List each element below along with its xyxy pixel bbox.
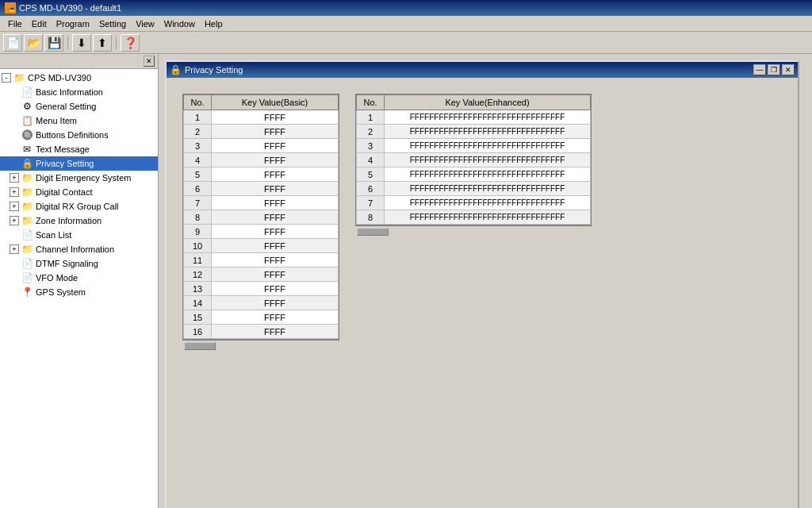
row-value[interactable]: FFFFFFFFFFFFFFFFFFFFFFFFFFFFFFFF bbox=[385, 153, 591, 167]
sidebar-item-privacy-setting[interactable]: 🔒 Privacy Setting bbox=[0, 156, 158, 171]
row-value[interactable]: FFFFFFFFFFFFFFFFFFFFFFFFFFFFFFFF bbox=[385, 210, 591, 225]
minimize-button[interactable]: — bbox=[753, 64, 766, 75]
sidebar-item-buttons-def[interactable]: 🔘 Buttons Definitions bbox=[0, 128, 158, 142]
basic-scrollbar-thumb[interactable] bbox=[184, 342, 216, 350]
row-value[interactable]: FFFF bbox=[212, 167, 339, 182]
toolbar-read[interactable]: ⬇ bbox=[72, 34, 91, 52]
sidebar-item-text-message[interactable]: ✉ Text Message bbox=[0, 142, 158, 156]
table-row[interactable]: 4FFFFFFFFFFFFFFFFFFFFFFFFFFFFFFFF bbox=[357, 153, 591, 167]
row-no: 1 bbox=[184, 110, 212, 125]
menu-setting[interactable]: Setting bbox=[94, 17, 131, 30]
table-row[interactable]: 15FFFF bbox=[184, 310, 339, 325]
row-value[interactable]: FFFFFFFFFFFFFFFFFFFFFFFFFFFFFFFF bbox=[385, 110, 591, 125]
table-row[interactable]: 3FFFF bbox=[184, 139, 339, 153]
tree-expand-emergency[interactable]: + bbox=[10, 173, 19, 183]
toolbar-save[interactable]: 💾 bbox=[44, 34, 63, 52]
basic-col-key: Key Value(Basic) bbox=[212, 95, 339, 110]
row-value[interactable]: FFFFFFFFFFFFFFFFFFFFFFFFFFFFFFFF bbox=[385, 139, 591, 153]
row-value[interactable]: FFFFFFFFFFFFFFFFFFFFFFFFFFFFFFFF bbox=[385, 167, 591, 182]
sidebar-item-scan-list[interactable]: 📄 Scan List bbox=[0, 228, 158, 242]
sidebar-item-label: GPS System bbox=[36, 287, 86, 297]
sidebar-item-dtmf[interactable]: 📄 DTMF Signaling bbox=[0, 256, 158, 271]
row-value[interactable]: FFFFFFFFFFFFFFFFFFFFFFFFFFFFFFFF bbox=[385, 182, 591, 196]
table-row[interactable]: 12FFFF bbox=[184, 267, 339, 282]
table-row[interactable]: 2FFFF bbox=[184, 125, 339, 139]
row-value[interactable]: FFFF bbox=[212, 182, 339, 196]
button-icon: 🔘 bbox=[21, 129, 33, 140]
table-row[interactable]: 8FFFFFFFFFFFFFFFFFFFFFFFFFFFFFFFF bbox=[357, 210, 591, 225]
tree-expand-zone[interactable]: + bbox=[10, 216, 19, 225]
table-row[interactable]: 3FFFFFFFFFFFFFFFFFFFFFFFFFFFFFFFF bbox=[357, 139, 591, 153]
menu-file[interactable]: File bbox=[3, 17, 27, 30]
table-row[interactable]: 16FFFF bbox=[184, 325, 339, 339]
table-row[interactable]: 9FFFF bbox=[184, 225, 339, 239]
row-value[interactable]: FFFF bbox=[212, 139, 339, 153]
row-value[interactable]: FFFF bbox=[212, 153, 339, 167]
folder-icon: 📁 bbox=[21, 201, 33, 212]
row-no: 9 bbox=[184, 225, 212, 239]
row-value[interactable]: FFFF bbox=[212, 253, 339, 267]
menu-window[interactable]: Window bbox=[159, 17, 200, 30]
table-row[interactable]: 7FFFFFFFFFFFFFFFFFFFFFFFFFFFFFFFF bbox=[357, 196, 591, 210]
row-value[interactable]: FFFFFFFFFFFFFFFFFFFFFFFFFFFFFFFF bbox=[385, 196, 591, 210]
row-value[interactable]: FFFF bbox=[212, 325, 339, 339]
row-value[interactable]: FFFF bbox=[212, 225, 339, 239]
sidebar-item-digit-emergency[interactable]: + 📁 Digit Emergency System bbox=[0, 171, 158, 185]
row-no: 5 bbox=[184, 167, 212, 182]
row-value[interactable]: FFFF bbox=[212, 210, 339, 225]
row-value[interactable]: FFFF bbox=[212, 310, 339, 325]
sidebar-item-label: Text Message bbox=[36, 144, 90, 154]
table-row[interactable]: 14FFFF bbox=[184, 296, 339, 310]
menu-edit[interactable]: Edit bbox=[27, 17, 52, 30]
toolbar-write[interactable]: ⬆ bbox=[93, 34, 112, 52]
tree-expand-root[interactable]: - bbox=[2, 73, 11, 83]
restore-button[interactable]: ❐ bbox=[768, 64, 780, 75]
table-row[interactable]: 4FFFF bbox=[184, 153, 339, 167]
row-value[interactable]: FFFF bbox=[212, 296, 339, 310]
row-value[interactable]: FFFF bbox=[212, 267, 339, 282]
toolbar-new[interactable]: 📄 bbox=[3, 34, 22, 52]
sidebar-item-digital-contact[interactable]: + 📁 Digital Contact bbox=[0, 185, 158, 199]
table-row[interactable]: 13FFFF bbox=[184, 282, 339, 296]
row-value[interactable]: FFFF bbox=[212, 282, 339, 296]
table-row[interactable]: 6FFFFFFFFFFFFFFFFFFFFFFFFFFFFFFFF bbox=[357, 182, 591, 196]
toolbar-help[interactable]: ❓ bbox=[121, 34, 140, 52]
table-row[interactable]: 10FFFF bbox=[184, 239, 339, 253]
row-value[interactable]: FFFF bbox=[212, 110, 339, 125]
enhanced-scrollbar-thumb[interactable] bbox=[357, 228, 389, 236]
sidebar-item-general-setting[interactable]: ⚙ General Setting bbox=[0, 99, 158, 114]
enhanced-table-wrapper: No. Key Value(Enhanced) 1FFFFFFFFFFFFFFF… bbox=[355, 94, 592, 225]
table-row[interactable]: 1FFFFFFFFFFFFFFFFFFFFFFFFFFFFFFFF bbox=[357, 110, 591, 125]
toolbar-open[interactable]: 📂 bbox=[24, 34, 43, 52]
basic-table-scrollbar[interactable] bbox=[182, 340, 339, 351]
table-row[interactable]: 11FFFF bbox=[184, 253, 339, 267]
table-row[interactable]: 5FFFF bbox=[184, 167, 339, 182]
sidebar-item-basic-info[interactable]: 📄 Basic Information bbox=[0, 85, 158, 99]
table-row[interactable]: 2FFFFFFFFFFFFFFFFFFFFFFFFFFFFFFFF bbox=[357, 125, 591, 139]
sidebar-item-zone-info[interactable]: + 📁 Zone Information bbox=[0, 214, 158, 228]
sidebar-item-menu-item[interactable]: 📋 Menu Item bbox=[0, 114, 158, 128]
enhanced-table-scrollbar[interactable] bbox=[355, 225, 592, 237]
menu-program[interactable]: Program bbox=[52, 17, 94, 30]
row-value[interactable]: FFFF bbox=[212, 239, 339, 253]
table-row[interactable]: 8FFFF bbox=[184, 210, 339, 225]
menu-help[interactable]: Help bbox=[200, 17, 228, 30]
sidebar-close-button[interactable]: ✕ bbox=[144, 56, 155, 67]
table-row[interactable]: 7FFFF bbox=[184, 196, 339, 210]
table-row[interactable]: 6FFFF bbox=[184, 182, 339, 196]
sidebar-item-digital-rx[interactable]: + 📁 Digital RX Group Call bbox=[0, 199, 158, 214]
row-value[interactable]: FFFFFFFFFFFFFFFFFFFFFFFFFFFFFFFF bbox=[385, 125, 591, 139]
tree-expand-rx[interactable]: + bbox=[10, 202, 19, 211]
tree-expand-channel[interactable]: + bbox=[10, 244, 19, 254]
tree-expand-contact[interactable]: + bbox=[10, 187, 19, 197]
row-value[interactable]: FFFF bbox=[212, 125, 339, 139]
menu-view[interactable]: View bbox=[131, 17, 159, 30]
sidebar-item-cps-root[interactable]: - 📁 CPS MD-UV390 bbox=[0, 71, 158, 85]
table-row[interactable]: 1FFFF bbox=[184, 110, 339, 125]
table-row[interactable]: 5FFFFFFFFFFFFFFFFFFFFFFFFFFFFFFFF bbox=[357, 167, 591, 182]
sidebar-item-gps[interactable]: 📍 GPS System bbox=[0, 285, 158, 299]
sidebar-item-channel-info[interactable]: + 📁 Channel Information bbox=[0, 242, 158, 256]
row-value[interactable]: FFFF bbox=[212, 196, 339, 210]
sidebar-item-vfo-mode[interactable]: 📄 VFO Mode bbox=[0, 271, 158, 285]
close-button[interactable]: ✕ bbox=[782, 64, 795, 75]
